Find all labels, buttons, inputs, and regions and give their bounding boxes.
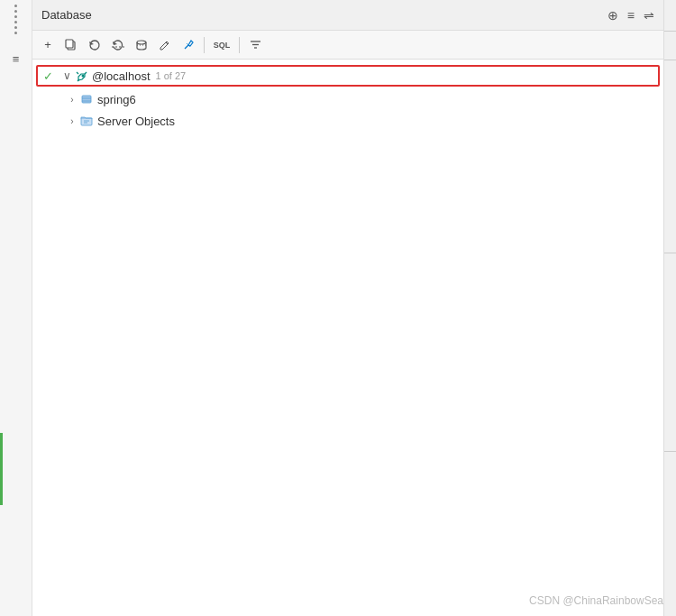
root-count: 1 of 27 — [156, 70, 187, 81]
panel-title: Database — [41, 8, 92, 22]
refresh-all-button[interactable] — [108, 35, 128, 55]
server-objects-icon — [79, 114, 94, 128]
green-accent-bar — [0, 433, 3, 505]
tree-area: ✓ ∨ @localhost 1 of 27 › — [32, 60, 663, 616]
dot-1 — [14, 5, 17, 7]
spring6-label: spring6 — [97, 93, 136, 106]
svg-line-14 — [85, 72, 87, 74]
side-ruler — [663, 0, 676, 616]
root-label: @localhost — [92, 69, 151, 83]
db-button[interactable] — [132, 35, 151, 55]
svg-point-11 — [81, 74, 84, 77]
ruler-mark-3 — [664, 253, 676, 253]
expand-server-objects-arrow[interactable]: › — [65, 114, 79, 128]
svg-rect-18 — [81, 118, 92, 125]
dot-3 — [14, 15, 17, 18]
toolbar-sep-2 — [239, 37, 240, 53]
check-icon: ✓ — [43, 69, 58, 83]
globe-add-icon[interactable]: ⊕ — [607, 8, 618, 23]
watermark: CSDN @ChinaRainbowSea — [529, 594, 663, 607]
tree-item-spring6[interactable]: › spring6 — [32, 88, 663, 110]
sql-button[interactable]: SQL — [210, 35, 233, 55]
database-panel: Database ⊕ ≡ ⇌ + — [32, 0, 663, 616]
add-button[interactable]: + — [38, 35, 58, 55]
drag-handle[interactable] — [14, 5, 17, 34]
tree-root-item[interactable]: ✓ ∨ @localhost 1 of 27 — [36, 65, 660, 87]
left-strip: ≡ — [0, 0, 32, 616]
svg-line-6 — [185, 45, 188, 49]
svg-rect-15 — [82, 96, 91, 103]
tree-item-server-objects[interactable]: › Server Objects — [32, 110, 663, 132]
toolbar: + — [32, 31, 663, 60]
expand-spring6-arrow[interactable]: › — [65, 92, 79, 106]
server-objects-label: Server Objects — [97, 115, 175, 128]
dot-6 — [14, 32, 17, 34]
title-actions: ⊕ ≡ ⇌ — [607, 8, 654, 23]
server-icon — [74, 69, 88, 83]
db-icon-spring6 — [79, 92, 94, 106]
ruler-mark-1 — [664, 31, 676, 32]
refresh-button[interactable] — [85, 35, 105, 55]
filter-button[interactable] — [245, 35, 265, 55]
edit-button[interactable] — [155, 35, 175, 55]
svg-line-12 — [78, 79, 79, 81]
svg-point-3 — [137, 41, 146, 44]
split-icon[interactable]: ⇌ — [644, 8, 654, 23]
dot-5 — [14, 26, 17, 29]
svg-line-13 — [77, 72, 78, 74]
pin-button[interactable] — [178, 35, 198, 55]
dot-2 — [14, 10, 17, 13]
panel-side-icon[interactable]: ≡ — [13, 52, 20, 66]
svg-rect-1 — [66, 40, 73, 48]
ruler-mark-2 — [664, 60, 676, 60]
ruler-mark-4 — [664, 451, 676, 452]
dot-4 — [14, 21, 17, 23]
toolbar-sep-1 — [204, 37, 205, 53]
title-bar: Database ⊕ ≡ ⇌ — [32, 0, 663, 31]
copy-button[interactable] — [61, 35, 81, 55]
list-icon[interactable]: ≡ — [627, 8, 635, 23]
expand-root-arrow[interactable]: ∨ — [59, 69, 74, 83]
